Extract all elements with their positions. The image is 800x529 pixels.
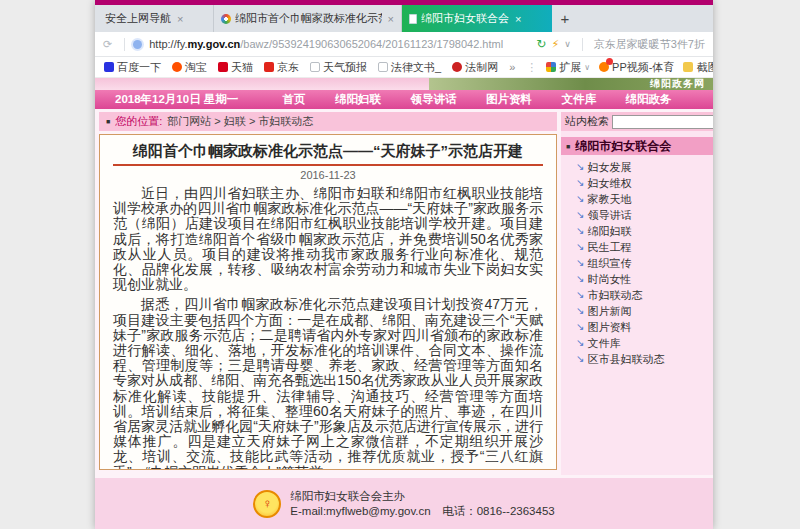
taobao-icon — [172, 62, 182, 72]
jd-icon — [264, 62, 274, 72]
female-symbol-icon: ♀ — [262, 496, 272, 511]
url-field[interactable]: http://fy.my.gov.cn/bawz/953924190630652… — [149, 38, 503, 50]
bookmark-baidu[interactable]: 百度一下 — [104, 60, 161, 75]
breadcrumb-path[interactable]: 部门网站 > 妇联 > 市妇联动态 — [167, 114, 313, 129]
tab-safe-navigation[interactable]: 安全上网导航 × — [98, 5, 214, 32]
footer-contact-line: E-mail:myflweb@my.gov.cn 电话：0816--236345… — [290, 504, 554, 519]
nav-item-mianyang-fulian[interactable]: 绵阳妇联 — [335, 92, 381, 107]
sidebar-item-women-rights[interactable]: ↘妇女维权 — [561, 175, 713, 191]
tmall-icon — [218, 62, 228, 72]
article-paragraph: 近日，由四川省妇联主办、绵阳市妇联和绵阳市红枫职业技能培训学校承办的四川省巾帼家… — [113, 186, 543, 292]
site-banner: 绵阳政务网 — [95, 78, 713, 90]
sidebar-menu: ■ 绵阳市妇女联合会 ↘妇女发展 ↘妇女维权 ↘家教天地 ↘领导讲话 ↘绵阳妇联… — [561, 137, 713, 367]
arrow-icon: ↘ — [576, 322, 584, 332]
footer-host-line: 绵阳市妇女联合会主办 — [290, 489, 554, 504]
page-icon — [310, 62, 320, 72]
bookmark-fazhi[interactable]: 法制网 — [452, 60, 498, 75]
sidebar-item-family-education[interactable]: ↘家教天地 — [561, 191, 713, 207]
bookmarks-bar: 百度一下 淘宝 天猫 京东 天气预报 法律文书_ 法制网 » ⋮ 扩展∨ PP视… — [95, 57, 713, 78]
arrow-icon: ↘ — [576, 194, 584, 204]
arrow-icon: ↘ — [576, 258, 584, 268]
article: 绵阳首个巾帼家政标准化示范点——“天府妹子”示范店开建 2016-11-23 近… — [99, 134, 557, 470]
sidebar-item-photo-news[interactable]: ↘图片新闻 — [561, 303, 713, 319]
title-divider — [113, 164, 543, 166]
tab-womens-federation-active[interactable]: 绵阳市妇女联合会 × — [402, 5, 552, 32]
square-bullet-icon: ■ — [106, 118, 110, 125]
sidebar-item-organization-publicity[interactable]: ↘组织宣传 — [561, 255, 713, 271]
bookmark-weather[interactable]: 天气预报 — [310, 60, 367, 75]
tab-bar: 安全上网导航 × 绵阳市首个巾帼家政标准化示范 × 绵阳市妇女联合会 × + — [95, 5, 713, 32]
browser-window: 安全上网导航 × 绵阳市首个巾帼家政标准化示范 × 绵阳市妇女联合会 × + ⟳… — [95, 0, 713, 529]
extensions-grid-icon — [546, 62, 556, 72]
main-column: ■ 您的位置: 部门网站 > 妇联 > 市妇联动态 绵阳首个巾帼家政标准化示范点… — [99, 112, 557, 475]
current-date: 2018年12月10日 星期一 — [95, 92, 253, 107]
arrow-icon: ↘ — [576, 338, 584, 348]
search-input[interactable] — [612, 115, 713, 129]
nav-item-photo-materials[interactable]: 图片资料 — [486, 92, 532, 107]
article-paragraph: 据悉，四川省巾帼家政标准化示范点建设项目计划投资47万元，项目建设主要包括四个方… — [113, 297, 543, 470]
site-info-icon[interactable] — [133, 40, 142, 49]
site-search: 站内检索 搜索 — [561, 112, 713, 131]
close-icon[interactable]: × — [515, 13, 521, 25]
bookmarks-overflow-chevron[interactable]: » — [509, 61, 515, 73]
pp-video-icon — [599, 62, 609, 72]
arrow-icon: ↘ — [576, 242, 584, 252]
nav-item-file-library[interactable]: 文件库 — [562, 92, 597, 107]
close-icon[interactable]: × — [177, 13, 183, 25]
square-bullet-icon: ■ — [566, 143, 570, 150]
sidebar-item-women-development[interactable]: ↘妇女发展 — [561, 159, 713, 175]
fazhi-icon — [452, 62, 462, 72]
arrow-icon: ↘ — [576, 354, 584, 364]
sidebar-item-livelihood-project[interactable]: ↘民生工程 — [561, 239, 713, 255]
accelerate-icon[interactable]: ⚡ — [551, 38, 559, 51]
nav-item-home[interactable]: 首页 — [283, 92, 306, 107]
search-label: 站内检索 — [565, 114, 609, 129]
sidebar-item-mianyang-fulian[interactable]: ↘绵阳妇联 — [561, 223, 713, 239]
hot-search-suggestion[interactable]: 京东居家暖暖节3件7折 — [594, 37, 705, 52]
toolbar-screenshot[interactable]: 截图∨ — [683, 60, 713, 75]
nav-item-mianyang-gov[interactable]: 绵阳政务 — [626, 92, 672, 107]
url-path: /bawz/953924190630652064/20161123/179804… — [240, 38, 503, 50]
page-icon — [378, 62, 388, 72]
baidu-icon — [104, 62, 114, 72]
nav-item-leader-speeches[interactable]: 领导讲话 — [411, 92, 457, 107]
bookmark-legal-docs[interactable]: 法律文书_ — [378, 60, 441, 75]
arrow-icon: ↘ — [576, 210, 584, 220]
new-tab-button[interactable]: + — [552, 5, 578, 32]
sidebar-menu-header: ■ 绵阳市妇女联合会 — [561, 137, 713, 155]
tab-label: 安全上网导航 — [105, 11, 171, 26]
sidebar-item-fashion-women[interactable]: ↘时尚女性 — [561, 271, 713, 287]
womens-federation-logo: ♀ — [253, 490, 281, 518]
arrow-icon: ↘ — [576, 274, 584, 284]
close-icon[interactable]: × — [388, 13, 394, 25]
banner-site-name: 绵阳政务网 — [650, 77, 705, 91]
sidebar-item-photo-materials[interactable]: ↘图片资料 — [561, 319, 713, 335]
sidebar-item-file-library[interactable]: ↘文件库 — [561, 335, 713, 351]
breadcrumb-prefix: 您的位置: — [115, 114, 162, 129]
toolbar-pp-video[interactable]: PP视频-体育 — [599, 60, 674, 75]
arrow-icon: ↘ — [576, 306, 584, 316]
page-content: ■ 您的位置: 部门网站 > 妇联 > 市妇联动态 绵阳首个巾帼家政标准化示范点… — [95, 109, 713, 478]
address-bar: ⟳ http://fy.my.gov.cn/bawz/9539241906306… — [95, 32, 713, 57]
page-footer: ♀ 绵阳市妇女联合会主办 E-mail:myflweb@my.gov.cn 电话… — [95, 478, 713, 529]
site-nav-bar: 2018年12月10日 星期一 首页 绵阳妇联 领导讲话 图片资料 文件库 绵阳… — [95, 90, 713, 109]
bookmark-jd[interactable]: 京东 — [264, 60, 299, 75]
tab-news-article[interactable]: 绵阳市首个巾帼家政标准化示范 × — [214, 5, 402, 32]
toolbar-extensions[interactable]: 扩展∨ — [546, 60, 590, 75]
refresh-icon[interactable]: ↻ — [536, 37, 546, 51]
article-title: 绵阳首个巾帼家政标准化示范点——“天府妹子”示范店开建 — [113, 141, 543, 160]
banner-photo-area: 绵阳政务网 — [429, 78, 713, 90]
refresh-edge-icon[interactable]: ⟳ — [103, 38, 112, 51]
sidebar-item-district-fulian-news[interactable]: ↘区市县妇联动态 — [561, 351, 713, 367]
bookmark-tmall[interactable]: 天猫 — [218, 60, 253, 75]
sidebar-column: 站内检索 搜索 ■ 绵阳市妇女联合会 ↘妇女发展 ↘妇女维权 ↘家教天地 ↘领导… — [561, 112, 713, 475]
breadcrumb: ■ 您的位置: 部门网站 > 妇联 > 市妇联动态 — [99, 112, 557, 131]
sidebar-item-city-fulian-news[interactable]: ↘市妇联动态 — [561, 287, 713, 303]
chevron-down-icon[interactable]: ∨ — [564, 39, 571, 49]
banner-pink-area — [95, 78, 429, 90]
sidebar-header-label: 绵阳市妇女联合会 — [575, 138, 671, 155]
sidebar-item-leader-speeches[interactable]: ↘领导讲话 — [561, 207, 713, 223]
bookmark-taobao[interactable]: 淘宝 — [172, 60, 207, 75]
separator — [582, 38, 583, 51]
screenshot-icon — [683, 62, 693, 72]
